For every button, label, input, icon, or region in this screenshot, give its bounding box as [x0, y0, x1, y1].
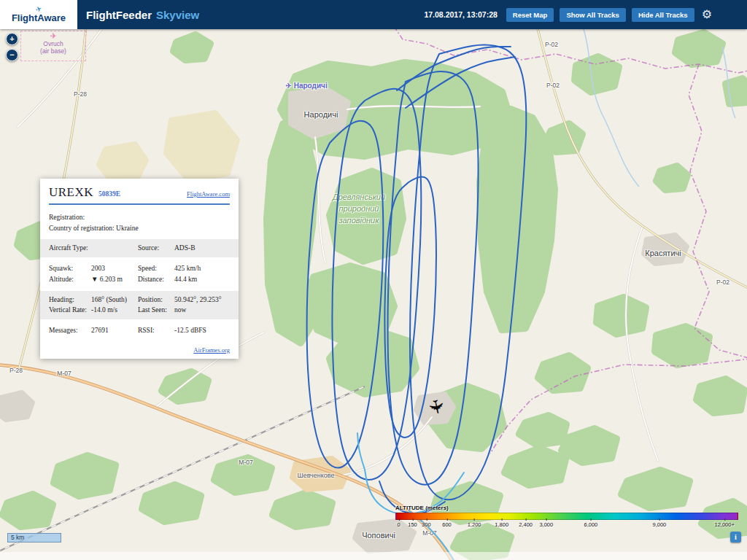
last-seen-value: now: [174, 305, 230, 316]
country-value: Ukraine: [116, 225, 139, 232]
aircraft-type-label: Aircraft Type:: [49, 243, 91, 254]
legend-tick-label: 9,000: [653, 521, 667, 528]
legend-tick-label: 150: [408, 521, 417, 528]
legend-tick-label: 6,000: [584, 521, 598, 528]
header-timestamp: 17.08.2017, 13:07:28: [424, 10, 497, 19]
rssi-value: -12.5 dBFS: [174, 325, 230, 336]
zoom-controls: + −: [6, 33, 18, 61]
source-value: ADS-B: [174, 243, 230, 254]
registration-row: Registration: Country of registration: U…: [40, 209, 239, 237]
messages-label: Messages:: [49, 325, 91, 336]
last-seen-label: Last Seen:: [138, 305, 174, 316]
legend-tick-label: 1,800: [495, 521, 508, 528]
reset-map-button[interactable]: Reset Map: [506, 8, 554, 22]
settings-gear-icon[interactable]: ⚙: [702, 9, 712, 20]
legend-tick-label: 1,200: [468, 521, 481, 528]
airbase-sub: (air base): [21, 47, 85, 55]
legend-tick-label: 600: [442, 521, 452, 528]
distance-label: Distance:: [138, 274, 174, 285]
farmland-areas: [99, 113, 237, 179]
legend-title: ALTITUDE (meters): [395, 505, 738, 511]
vertical-rate-value: -14.0 m/s: [91, 305, 138, 316]
header-right: 17.08.2017, 13:07:28 Reset Map Show All …: [424, 8, 747, 22]
messages-rssi-row: Messages: 27691 RSSI: -12.5 dBFS: [40, 322, 239, 340]
legend-tick-label: 12,000+: [715, 521, 735, 528]
altitude-legend: ALTITUDE (meters) 01503006001,2001,8002,…: [395, 505, 738, 529]
altitude-label: Altitude:: [49, 274, 91, 285]
rssi-label: RSSI:: [138, 325, 174, 336]
airframes-org-link[interactable]: AirFrames.org: [193, 346, 230, 354]
scale-label: 5 km: [11, 534, 24, 541]
flightaware-logo[interactable]: ✈ FlightAware: [0, 0, 77, 29]
heading-label: Heading:: [49, 295, 91, 306]
show-all-tracks-button[interactable]: Show All Tracks: [560, 8, 626, 22]
distance-value: 44.4 km: [174, 274, 230, 285]
legend-tick-label: 0: [398, 521, 400, 528]
map-scale-control: 5 km: [7, 533, 61, 542]
position-value: 50.942°, 29.253°: [174, 295, 230, 306]
header: ✈ FlightAware FlightFeeder Skyview 17.08…: [0, 0, 747, 29]
source-label: Source:: [138, 243, 174, 254]
legend-tick-label: 2,400: [519, 521, 533, 528]
aircraft-callsign: UREXK: [49, 185, 93, 200]
squawk-label: Squawk:: [49, 263, 91, 274]
legend-ticks: 01503006001,2001,8002,4003,0006,0009,000…: [395, 521, 738, 529]
country-of-registration: Country of registration: Ukraine: [49, 223, 230, 234]
vertical-rate-label: Vertical Rate:: [49, 305, 91, 316]
app-subtitle: Skyview: [156, 9, 199, 21]
country-label: Country of registration:: [49, 225, 115, 232]
map-info-button[interactable]: i: [730, 532, 741, 542]
speed-label: Speed:: [138, 263, 174, 274]
app-title: FlightFeeder: [86, 9, 152, 21]
panel-footer: AirFrames.org: [40, 340, 239, 357]
panel-divider: [49, 203, 230, 205]
flightaware-skyview-app: ✈НародичіНародичіДревлянськийприроднийза…: [0, 0, 747, 560]
attribution-bar: [0, 552, 747, 560]
speed-value: 425 km/h: [174, 263, 230, 274]
aircraft-info-panel: UREXK 50839E FlightAware.com Registratio…: [40, 179, 239, 359]
altitude-value: ▼ 6.203 m: [91, 274, 138, 285]
registration-label: Registration:: [49, 212, 230, 223]
flightaware-com-link[interactable]: FlightAware.com: [187, 190, 230, 198]
ovruch-airbase-area: ✈ Ovruch (air base): [20, 31, 86, 61]
heading-position-row: Heading: 168° (South) Position: 50.942°,…: [40, 291, 239, 319]
airbase-name: Ovruch: [21, 40, 85, 47]
heading-value: 168° (South): [91, 295, 138, 306]
hide-all-tracks-button[interactable]: Hide All Tracks: [632, 8, 694, 22]
airbase-plane-icon: ✈: [21, 32, 85, 40]
panel-header: UREXK 50839E FlightAware.com: [40, 179, 239, 202]
legend-tick-label: 300: [422, 521, 431, 528]
legend-tick-label: 3,000: [539, 521, 553, 528]
squawk-value: 2003: [91, 263, 138, 274]
flightaware-logo-text: FlightAware: [12, 13, 66, 23]
aircraft-type-row: Aircraft Type: Source: ADS-B: [40, 239, 239, 257]
map-container[interactable]: ✈НародичіНародичіДревлянськийприроднийза…: [0, 0, 747, 560]
messages-value: 27691: [91, 325, 138, 336]
position-label: Position:: [138, 295, 174, 306]
zoom-out-button[interactable]: −: [6, 49, 18, 61]
zoom-in-button[interactable]: +: [6, 33, 18, 45]
aircraft-hex-code: 50839E: [98, 190, 120, 198]
squawk-speed-row: Squawk: 2003 Speed: 425 km/h Altitude: ▼…: [40, 260, 239, 288]
aircraft-type-value: [91, 243, 138, 254]
